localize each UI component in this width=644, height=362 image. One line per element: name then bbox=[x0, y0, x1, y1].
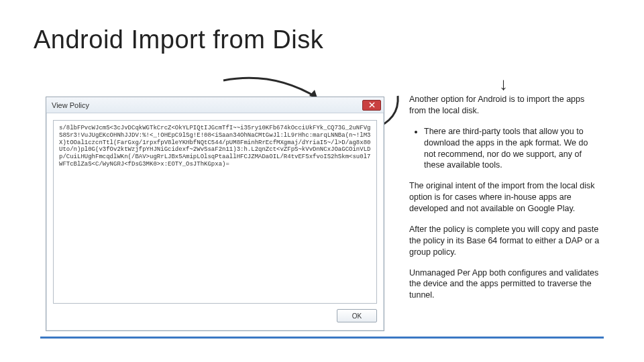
left-panel: View Policy s/8lbFPvcWJcmS<3cJvDCqkWGTkC… bbox=[40, 71, 396, 336]
right-panel: Another option for Android is to import … bbox=[396, 71, 604, 336]
view-policy-dialog: View Policy s/8lbFPvcWJcmS<3cJvDCqkWGTkC… bbox=[46, 97, 384, 331]
paragraph: The original intent of the import from t… bbox=[409, 180, 600, 215]
paragraph: Another option for Android is to import … bbox=[409, 94, 600, 117]
close-button[interactable] bbox=[362, 100, 381, 111]
dialog-body: s/8lbFPvcWJcmS<3cJvDCqkWGTkCrcZ<OkYLPIQt… bbox=[46, 113, 384, 330]
dialog-footer: OK bbox=[53, 304, 377, 324]
close-icon bbox=[369, 101, 375, 109]
paragraph: After the policy is complete you will co… bbox=[409, 224, 600, 258]
dialog-title: View Policy bbox=[52, 101, 89, 109]
list-item: There are third-party tools that allow y… bbox=[424, 126, 600, 172]
paragraph: Unmanaged Per App both configures and va… bbox=[409, 267, 600, 302]
bullet-list: There are third-party tools that allow y… bbox=[409, 126, 600, 172]
page-title: Android Import from Disk bbox=[34, 25, 323, 54]
slide: Android Import from Disk ↓ View Policy bbox=[0, 0, 644, 362]
accent-bar bbox=[40, 337, 604, 339]
content-area: View Policy s/8lbFPvcWJcmS<3cJvDCqkWGTkC… bbox=[40, 71, 604, 336]
ok-button[interactable]: OK bbox=[337, 309, 377, 322]
columns: View Policy s/8lbFPvcWJcmS<3cJvDCqkWGTkC… bbox=[40, 71, 604, 336]
policy-textarea[interactable]: s/8lbFPvcWJcmS<3cJvDCqkWGTkCrcZ<OkYLPIQt… bbox=[53, 120, 377, 304]
dialog-titlebar: View Policy bbox=[46, 97, 384, 113]
